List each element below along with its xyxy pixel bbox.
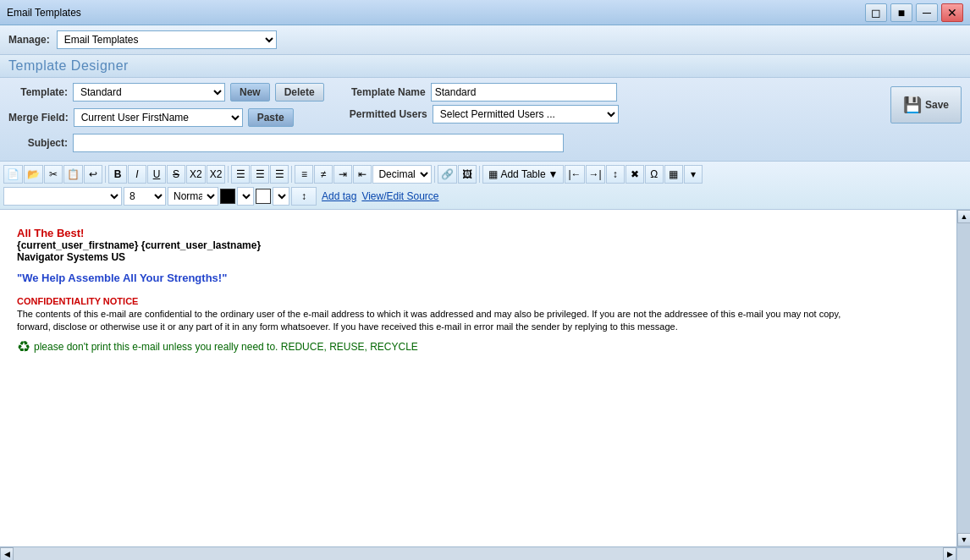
merge-field-row: Merge Field: Current User FirstName Past… [8, 108, 324, 127]
more-btn[interactable]: ▾ [684, 165, 703, 184]
editor-content: All The Best! {current_user_firstname} {… [17, 227, 940, 356]
toolbar-row2: 8 Normal ↕ Add tag View/Edit Source [3, 185, 967, 207]
cut-btn[interactable]: ✂ [44, 165, 63, 184]
confidentiality-body: The contents of this e-mail are confiden… [17, 308, 863, 334]
paste-button[interactable]: Paste [248, 108, 294, 127]
window-controls: ◻ ■ ─ ✕ [865, 3, 963, 22]
add-table-button[interactable]: ▦ Add Table ▼ [482, 165, 564, 184]
ul-btn[interactable]: ≠ [314, 165, 333, 184]
table-row-btn[interactable]: ↕ [606, 165, 625, 184]
permitted-users-select[interactable]: Select Permitted Users ... [433, 105, 619, 124]
table-del-btn[interactable]: ✖ [626, 165, 644, 184]
open-btn[interactable]: 📂 [24, 165, 43, 184]
table-icon: ▦ [488, 168, 498, 180]
sep3 [291, 166, 292, 183]
sep5 [479, 166, 480, 183]
sep1 [105, 166, 106, 183]
undo-btn[interactable]: ↩ [84, 165, 102, 184]
style-select[interactable]: Normal [168, 187, 218, 206]
subject-row: Subject: [8, 134, 962, 152]
indent-btn[interactable]: ⇥ [333, 165, 352, 184]
scroll-corner [956, 547, 970, 561]
eco-icon: ♻ [17, 338, 30, 356]
template-name-label: Template Name [350, 86, 426, 98]
save-button[interactable]: 💾 Save [890, 86, 962, 124]
image-btn[interactable]: 🖼 [458, 165, 477, 184]
template-label: Template: [8, 86, 68, 98]
special-char-btn[interactable]: Ω [645, 165, 664, 184]
view-source-label[interactable]: View/Edit Source [361, 190, 438, 202]
table-grid-btn[interactable]: ▦ [664, 165, 683, 184]
right-fields: Template Name Permitted Users Select Per… [350, 83, 619, 124]
form-area: Template: Standard New Delete Merge Fiel… [0, 78, 970, 162]
color-select[interactable] [237, 187, 254, 206]
designer-header: Template Designer [0, 55, 970, 78]
designer-title: Template Designer [8, 58, 962, 74]
bold-btn[interactable]: B [108, 165, 127, 184]
template-select[interactable]: Standard [73, 83, 225, 102]
decimal-select[interactable]: Decimal [372, 165, 432, 184]
form-left: Template: Standard New Delete Merge Fiel… [8, 83, 324, 130]
spacing-btn[interactable]: ↕ [291, 187, 317, 206]
copy-btn[interactable]: 📋 [63, 165, 83, 184]
table-col-right-btn[interactable]: →| [586, 165, 605, 184]
confidentiality-title: CONFIDENTIALITY NOTICE [17, 296, 940, 306]
manage-select[interactable]: Email Templates [57, 30, 277, 49]
bg-color-select[interactable] [273, 187, 289, 206]
name-line: {current_user_firstname} {current_user_l… [17, 239, 940, 251]
align-right-btn[interactable]: ☰ [270, 165, 289, 184]
add-tag-label[interactable]: Add tag [322, 190, 356, 202]
scroll-h-track [14, 547, 943, 561]
manage-bar: Manage: Email Templates [0, 25, 970, 55]
vertical-scrollbar[interactable]: ▲ ▼ [956, 210, 970, 546]
new-button[interactable]: New [230, 83, 270, 102]
tile-button[interactable]: ■ [890, 3, 912, 22]
scroll-up-arrow[interactable]: ▲ [957, 210, 970, 223]
ol-btn[interactable]: ≡ [295, 165, 313, 184]
minimize-button[interactable]: ─ [916, 3, 938, 22]
text-color-box[interactable] [220, 189, 235, 204]
slogan-text: "We Help Assemble All Your Strengths!" [17, 272, 940, 284]
sep2 [228, 166, 229, 183]
merge-field-select[interactable]: Current User FirstName [74, 108, 243, 127]
company-line: Navigator Systems US [17, 251, 940, 263]
scroll-down-arrow[interactable]: ▼ [957, 533, 970, 546]
superscript-btn[interactable]: X2 [207, 165, 226, 184]
eco-text: please don't print this e-mail unless yo… [34, 341, 418, 353]
subject-input[interactable] [73, 134, 564, 152]
merge-field-label: Merge Field: [8, 112, 69, 124]
subscript-btn[interactable]: X2 [186, 165, 206, 184]
underline-btn[interactable]: U [147, 165, 166, 184]
font-select[interactable] [3, 187, 122, 206]
template-name-row: Template Name [350, 83, 619, 102]
add-table-arrow: ▼ [548, 168, 559, 180]
new-doc-btn[interactable]: 📄 [3, 165, 23, 184]
scroll-right-arrow[interactable]: ▶ [943, 547, 956, 561]
link-btn[interactable]: 🔗 [438, 165, 457, 184]
strikethrough-btn[interactable]: S [167, 165, 185, 184]
outdent-btn[interactable]: ⇤ [353, 165, 372, 184]
editor-area[interactable]: All The Best! {current_user_firstname} {… [0, 210, 956, 546]
horizontal-scrollbar[interactable]: ◀ ▶ [0, 546, 970, 560]
italic-btn[interactable]: I [128, 165, 146, 184]
title-link[interactable]: Email Templates [7, 7, 81, 19]
template-name-input[interactable] [431, 83, 617, 102]
permitted-users-row: Permitted Users Select Permitted Users .… [350, 105, 619, 124]
manage-label: Manage: [8, 34, 50, 46]
delete-button[interactable]: Delete [275, 83, 324, 102]
align-left-btn[interactable]: ☰ [231, 165, 250, 184]
scroll-track [957, 223, 970, 533]
align-center-btn[interactable]: ☰ [251, 165, 269, 184]
table-col-left-btn[interactable]: |← [565, 165, 584, 184]
restore-button[interactable]: ◻ [865, 3, 887, 22]
size-select[interactable]: 8 [124, 187, 166, 206]
title-bar: Email Templates ◻ ■ ─ ✕ [0, 0, 970, 25]
bg-color-box[interactable] [256, 189, 271, 204]
toolbar: 📄 📂 ✂ 📋 ↩ B I U S X2 X2 ☰ ☰ ☰ ≡ ≠ ⇥ [0, 162, 970, 210]
editor-wrapper: All The Best! {current_user_firstname} {… [0, 210, 970, 546]
close-button[interactable]: ✕ [941, 3, 963, 22]
template-row: Template: Standard New Delete [8, 83, 324, 102]
permitted-users-label: Permitted Users [350, 108, 427, 120]
scroll-left-arrow[interactable]: ◀ [0, 547, 14, 561]
main-container: Manage: Email Templates Template Designe… [0, 25, 970, 560]
